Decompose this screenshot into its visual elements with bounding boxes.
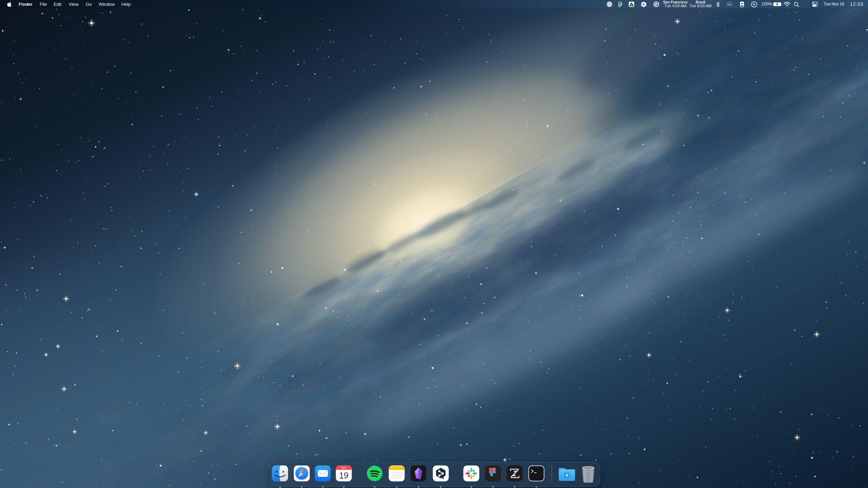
svg-text:NOV: NOV bbox=[341, 467, 347, 469]
svg-text:19: 19 bbox=[339, 471, 349, 480]
